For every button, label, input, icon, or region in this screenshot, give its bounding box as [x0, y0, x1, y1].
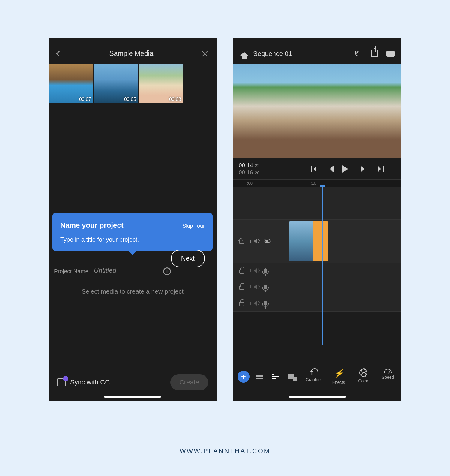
bottom-toolbar: + Graphics ⚡ Effects Color — [233, 363, 401, 390]
step-forward-button[interactable] — [361, 166, 367, 172]
audio-track[interactable] — [233, 263, 401, 279]
tooltip-title: Name your project — [60, 221, 124, 230]
playback-controls: 00:1422 00:1620 — [233, 158, 401, 179]
header: Sequence 01 — [233, 38, 401, 64]
header: Sample Media — [49, 38, 217, 64]
back-button[interactable] — [56, 51, 62, 57]
skip-end-button[interactable] — [377, 166, 384, 172]
project-name-row: Project Name Untitled — [54, 265, 171, 277]
skip-start-button[interactable] — [310, 166, 317, 172]
phone-editor: Sequence 01 00:1422 00:1620 :00 : — [233, 38, 401, 401]
playhead[interactable] — [322, 187, 323, 345]
media-thumbnails: 00:07 00:05 00:03 — [49, 64, 217, 103]
create-button[interactable]: Create — [170, 374, 208, 390]
undo-button[interactable] — [355, 51, 363, 56]
home-indicator[interactable] — [289, 396, 346, 398]
layout-tool-3[interactable] — [286, 371, 296, 382]
tooltip-body: Type in a title for your project. — [60, 236, 205, 243]
lock-icon[interactable] — [239, 302, 244, 306]
media-thumbnail[interactable]: 00:03 — [140, 64, 183, 103]
media-thumbnail[interactable]: 00:07 — [50, 64, 93, 103]
sequence-title: Sequence 01 — [253, 50, 355, 58]
next-button[interactable]: Next — [171, 250, 205, 267]
screen-title: Sample Media — [109, 50, 153, 58]
helper-text: Select media to create a new project — [54, 288, 211, 295]
audio-track[interactable] — [233, 295, 401, 312]
play-button[interactable] — [344, 166, 350, 172]
phone-new-project: Sample Media 00:07 00:05 00:03 Name your… — [49, 38, 217, 401]
step-back-button[interactable] — [327, 166, 334, 172]
share-button[interactable] — [371, 50, 378, 57]
mute-icon[interactable] — [251, 239, 257, 243]
project-name-input[interactable]: Untitled — [94, 265, 158, 277]
media-thumbnail[interactable]: 00:05 — [94, 64, 138, 103]
settings-icon[interactable] — [163, 267, 171, 275]
layout-tool-1[interactable] — [254, 371, 265, 382]
effects-icon: ⚡ — [334, 369, 344, 378]
sync-icon — [57, 378, 66, 386]
color-icon — [359, 369, 367, 377]
project-name-label: Project Name — [54, 268, 88, 275]
color-button[interactable]: Color — [354, 369, 373, 385]
lock-icon[interactable] — [239, 270, 244, 274]
audio-track[interactable] — [233, 279, 401, 295]
footer-url: WWW.PLANNTHAT.COM — [0, 447, 450, 455]
timeline-ruler[interactable]: :00 :10 — [233, 179, 401, 187]
lock-icon[interactable] — [239, 240, 244, 244]
speed-button[interactable]: Speed — [379, 369, 397, 385]
lock-icon[interactable] — [239, 286, 244, 290]
layout-tool-2[interactable] — [270, 371, 281, 382]
visibility-icon[interactable] — [264, 239, 271, 243]
speed-icon — [384, 369, 392, 373]
total-time: 00:16 — [239, 169, 253, 176]
mute-icon[interactable] — [251, 301, 257, 306]
effects-button[interactable]: ⚡ Effects — [329, 369, 348, 385]
graphics-icon — [310, 369, 318, 375]
graphics-button[interactable]: Graphics — [305, 369, 323, 385]
track-row[interactable] — [233, 203, 401, 220]
mic-icon[interactable] — [264, 285, 267, 289]
video-preview[interactable] — [233, 64, 401, 158]
sync-cc-button[interactable]: Sync with CC — [57, 378, 110, 386]
video-track[interactable] — [233, 220, 401, 263]
close-button[interactable] — [202, 50, 208, 57]
add-button[interactable]: + — [238, 371, 250, 383]
current-time: 00:14 — [239, 162, 253, 169]
home-indicator[interactable] — [104, 396, 161, 398]
home-button[interactable] — [240, 48, 248, 56]
mute-icon[interactable] — [251, 285, 257, 289]
mute-icon[interactable] — [251, 268, 257, 273]
mic-icon[interactable] — [264, 268, 267, 273]
mic-icon[interactable] — [264, 301, 267, 306]
timeline-tracks — [233, 187, 401, 345]
comment-button[interactable] — [386, 51, 395, 57]
skip-tour-button[interactable]: Skip Tour — [182, 223, 205, 229]
tour-tooltip: Name your project Skip Tour Type in a ti… — [52, 213, 213, 251]
track-row[interactable] — [233, 187, 401, 203]
